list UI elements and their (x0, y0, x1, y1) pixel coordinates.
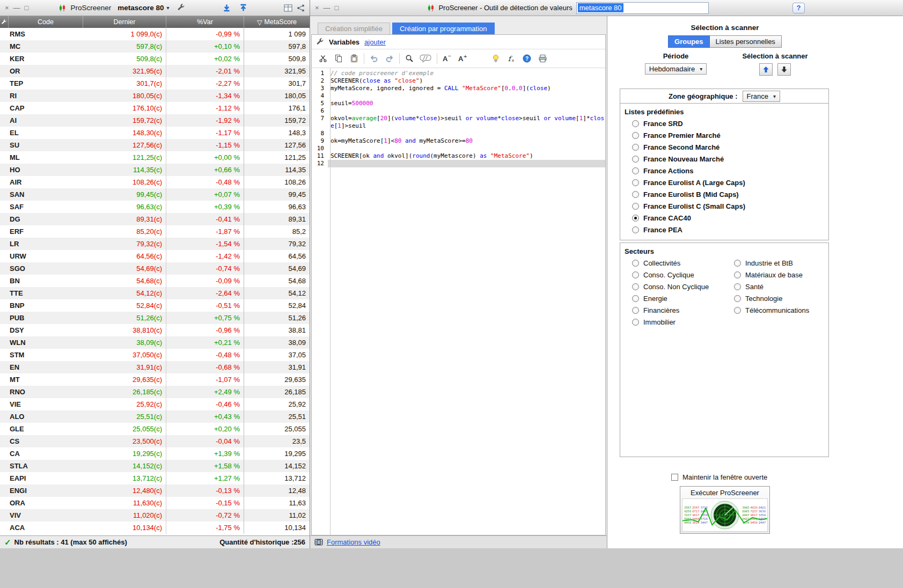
table-row[interactable]: TTE54,12(c)-2,64 %54,12 (0, 287, 310, 299)
code-line[interactable]: 5seuil=500000 (312, 100, 605, 107)
radio-option[interactable]: Télécommunications (734, 304, 828, 316)
column-header-metascore[interactable]: ▽ MetaScore (244, 16, 310, 28)
radio-option[interactable]: Santé (734, 281, 828, 292)
maximize-icon[interactable]: □ (335, 4, 339, 11)
table-row[interactable]: DSY38,810(c)-0,96 %38,81 (0, 324, 310, 336)
code-line[interactable]: 10 (312, 145, 605, 152)
table-row[interactable]: SU127,56(c)-1,15 %127,56 (0, 139, 310, 151)
move-up-button[interactable] (759, 63, 773, 76)
table-row[interactable]: STM37,050(c)-0,48 %37,05 (0, 349, 310, 361)
table-row[interactable]: CAP176,10(c)-1,12 %176,1 (0, 102, 310, 114)
fx-function-icon[interactable]: fx (505, 52, 517, 65)
table-row[interactable]: ERF85,20(c)-1,87 %85,2 (0, 225, 310, 238)
table-row[interactable]: RI180,05(c)-1,34 %180,05 (0, 90, 310, 102)
radio-option[interactable]: France Eurolist A (Large Caps) (620, 177, 828, 188)
share-icon[interactable] (297, 4, 305, 12)
radio-option[interactable]: Conso. Non Cyclique (620, 281, 734, 292)
wrench-icon[interactable] (0, 16, 9, 28)
table-row[interactable]: ALO25,51(c)+0,43 %25,51 (0, 410, 310, 423)
table-row[interactable]: URW64,56(c)-1,42 %64,56 (0, 250, 310, 262)
column-header-dernier[interactable]: Dernier (83, 16, 166, 28)
screener-name-field[interactable]: metascore 80 (576, 2, 709, 14)
execute-proscreener-button[interactable]: Exécuter ProScreener 3567254737129258871… (680, 486, 770, 534)
help-icon[interactable]: ? (521, 52, 533, 65)
table-row[interactable]: VIV11,020(c)-0,72 %11,02 (0, 509, 310, 521)
move-down-button[interactable] (777, 63, 791, 76)
radio-option[interactable]: Conso. Cyclique (620, 269, 734, 281)
code-line[interactable]: 9ok=myMetaScore[1]<80 and myMetaScore>=8… (312, 137, 605, 145)
table-row[interactable]: DG89,31(c)-0,41 %89,31 (0, 213, 310, 225)
radio-option[interactable]: France Second Marché (620, 141, 828, 153)
export-icon[interactable] (239, 4, 247, 12)
table-row[interactable]: ENGI12,480(c)-0,13 %12,48 (0, 484, 310, 497)
code-line[interactable]: 8 (312, 130, 605, 137)
table-row[interactable]: SGO54,69(c)-0,74 %54,69 (0, 262, 310, 275)
radio-option[interactable]: Technologie (734, 292, 828, 304)
groups-button[interactable]: Groupes (668, 35, 709, 48)
table-row[interactable]: AIR108,26(c)-0,48 %108,26 (0, 176, 310, 188)
radio-option[interactable]: France Actions (620, 165, 828, 177)
table-row[interactable]: BN54,68(c)-0,09 %54,68 (0, 275, 310, 287)
radio-option[interactable]: France Eurolist C (Small Caps) (620, 200, 828, 212)
table-row[interactable]: EAPI13,712(c)+1,27 %13,712 (0, 472, 310, 484)
font-smaller-icon[interactable]: A− (441, 52, 453, 65)
settings-wrench-icon[interactable] (177, 4, 185, 12)
code-line[interactable]: 1// code proscreener d'exemple (312, 70, 605, 77)
tab-creation-par-programmation[interactable]: Création par programmation (392, 23, 495, 34)
radio-option[interactable]: France PEA (620, 224, 828, 236)
personal-lists-button[interactable]: Listes personnelles (710, 35, 782, 48)
code-editor[interactable]: 1// code proscreener d'exemple2SCREENER(… (312, 68, 605, 535)
table-row[interactable]: VIE25,92(c)-0,46 %25,92 (0, 398, 310, 410)
copy-icon[interactable] (333, 52, 344, 65)
zone-select[interactable]: France ▾ (743, 91, 781, 102)
table-row[interactable]: RNO26,185(c)+2,49 %26,185 (0, 386, 310, 398)
table-row[interactable]: BNP52,84(c)-0,51 %52,84 (0, 299, 310, 312)
table-row[interactable]: AI159,72(c)-1,92 %159,72 (0, 114, 310, 127)
code-line[interactable]: 6 (312, 107, 605, 115)
column-header-code[interactable]: Code (9, 16, 83, 28)
comment-icon[interactable]: // (419, 52, 433, 65)
table-row[interactable]: CS23,500(c)-0,04 %23,5 (0, 435, 310, 447)
table-row[interactable]: TEP301,7(c)-2,27 %301,7 (0, 77, 310, 90)
code-line[interactable]: 7okvol=average[20](volume*close)>seuil o… (312, 115, 605, 130)
table-row[interactable]: MC597,8(c)+0,10 %597,8 (0, 40, 310, 53)
tab-creation-simplifiee[interactable]: Création simplifiée (318, 23, 390, 34)
radio-option[interactable]: Matériaux de base (734, 269, 828, 281)
font-bigger-icon[interactable]: A+ (457, 52, 468, 65)
table-row[interactable]: EN31,91(c)-0,68 %31,91 (0, 361, 310, 373)
table-row[interactable]: WLN38,09(c)+0,21 %38,09 (0, 336, 310, 349)
radio-option[interactable]: France Nouveau Marché (620, 153, 828, 165)
code-line[interactable]: 12 (312, 160, 605, 167)
table-row[interactable]: ACA10,134(c)-1,75 %10,134 (0, 521, 310, 534)
table-row[interactable]: GLE25,055(c)+0,20 %25,055 (0, 423, 310, 435)
table-row[interactable]: ORA11,630(c)-0,15 %11,63 (0, 497, 310, 509)
table-row[interactable]: CA19,295(c)+1,39 %19,295 (0, 447, 310, 460)
radio-option[interactable]: France Eurolist B (Mid Caps) (620, 188, 828, 200)
table-row[interactable]: STLA14,152(c)+1,58 %14,152 (0, 460, 310, 472)
code-line[interactable]: 2SCREENER(close as "close") (312, 77, 605, 85)
minimize-icon[interactable]: — (13, 4, 20, 11)
minimize-icon[interactable]: — (324, 4, 331, 11)
paste-icon[interactable] (348, 52, 360, 65)
close-icon[interactable]: × (5, 4, 9, 11)
table-row[interactable]: OR321,95(c)-2,01 %321,95 (0, 65, 310, 77)
add-variable-link[interactable]: ajouter (364, 38, 386, 46)
help-icon[interactable]: ? (792, 3, 805, 13)
table-row[interactable]: KER509,8(c)+0,02 %509,8 (0, 53, 310, 65)
radio-option[interactable]: Industrie et BtB (734, 257, 828, 269)
table-row[interactable]: PUB51,26(c)+0,75 %51,26 (0, 312, 310, 324)
radio-option[interactable]: Collectivités (620, 257, 734, 269)
table-row[interactable]: ML121,25(c)+0,00 %121,25 (0, 151, 310, 164)
code-line[interactable]: 4 (312, 92, 605, 100)
lightbulb-icon[interactable] (490, 52, 502, 65)
cut-icon[interactable] (317, 52, 329, 65)
table-row[interactable]: EL148,30(c)-1,17 %148,3 (0, 127, 310, 139)
maximize-icon[interactable]: □ (25, 4, 29, 11)
close-icon[interactable]: × (315, 4, 319, 11)
radio-option[interactable]: Immobilier (620, 316, 734, 328)
radio-option[interactable]: Financières (620, 304, 734, 316)
column-header-var[interactable]: %Var (166, 16, 244, 28)
radio-option[interactable]: France SRD (620, 117, 828, 129)
radio-option[interactable]: France Premier Marché (620, 129, 828, 141)
table-row[interactable]: LR79,32(c)-1,54 %79,32 (0, 238, 310, 250)
